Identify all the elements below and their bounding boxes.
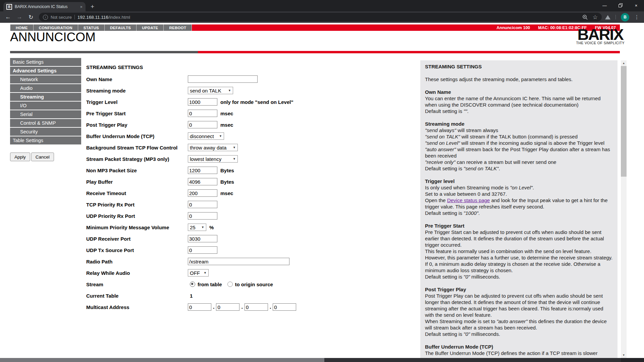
drive-extension-icon[interactable] [605, 15, 610, 19]
help-paragraph: Pre Trigger Start can be adjusted to pre… [425, 229, 613, 248]
help-text: . [467, 108, 469, 114]
toolbar-right-icons: B ⋮ [605, 13, 641, 21]
chevron-down-icon: ▼ [228, 89, 231, 92]
tab-close-icon[interactable]: × [80, 4, 83, 9]
stream-packet-strategy-mp3-only-label: Stream Packet Strategy (MP3 only) [86, 156, 188, 162]
help-text: This feature is normally used in combina… [425, 248, 591, 254]
from-table-radio[interactable] [190, 282, 195, 287]
help-title: STREAMING SETTINGS [425, 63, 613, 70]
barix-logo-text: BARIX [576, 27, 625, 42]
restore-button[interactable] [612, 0, 628, 11]
nav-item-update[interactable]: UPDATE [137, 24, 164, 31]
help-heading-pre-trigger-start: Pre Trigger Start [425, 223, 613, 229]
back-arrow-icon[interactable]: ← [3, 14, 13, 20]
selected-option: disconnect [190, 133, 214, 139]
udp-receiver-port-control [188, 235, 217, 242]
chevron-down-icon: ▼ [204, 271, 207, 275]
forward-arrow-icon[interactable]: → [15, 14, 24, 20]
sidebar-item-table-settings[interactable]: Table Settings [10, 136, 81, 145]
stream-packet-strategy-mp3-only-control: lowest latency▼ [188, 155, 238, 163]
help-section-post-trigger-play: Post Trigger PlayPost Trigger Play can b… [425, 286, 613, 337]
tcp-priority-rx-port-input[interactable] [188, 201, 217, 208]
buffer-underrun-mode-tcp-select[interactable]: disconnect▼ [188, 132, 224, 140]
sidebar-item-basic-settings[interactable]: Basic Settings [10, 58, 81, 67]
sidebar-item-control-snmp[interactable]: Control & SNMP [10, 119, 81, 128]
url-host: 192.168.11.116 [77, 15, 108, 20]
form-rows: Own NameStreaming modesend on TALK▼Trigg… [86, 73, 418, 313]
relay-while-audio-label: Relay While Audio [86, 270, 188, 276]
background-stream-tcp-flow-control-select[interactable]: throw away data▼ [188, 144, 238, 151]
horizontal-scroll-thumb[interactable] [0, 358, 324, 362]
cancel-button[interactable]: Cancel [31, 153, 54, 161]
sidebar-item-i-o[interactable]: I/O [10, 102, 81, 110]
to-origin-source-radio[interactable] [227, 282, 233, 287]
scroll-down-icon[interactable]: ▼ [621, 352, 627, 358]
buffer-underrun-mode-tcp-label: Buffer Underrun Mode (TCP) [86, 133, 188, 139]
streaming-mode-select[interactable]: send on TALK▼ [188, 87, 233, 94]
help-text: Is only used when Streaming mode is [425, 185, 510, 190]
form-row-non-mp3-packet-size: Non MP3 Packet SizeBytes [86, 165, 418, 176]
info-icon[interactable]: i [43, 15, 48, 20]
device-status-page-link[interactable]: Device status page [447, 197, 490, 203]
receive-timeout-input[interactable] [188, 189, 217, 197]
help-paragraph: "receive only" can receive a stream but … [425, 159, 613, 165]
browser-tab[interactable]: B BARIX Annuncicom IC Status × [3, 2, 86, 11]
udp-receiver-port-input[interactable] [188, 235, 217, 242]
minimize-button[interactable]: — [597, 0, 612, 11]
multicast-address-octet-2[interactable] [216, 303, 239, 311]
radio-path-input[interactable] [188, 258, 289, 265]
sidebar-item-security[interactable]: Security [10, 128, 81, 136]
url-text[interactable]: 192.168.11.116/index.html [77, 15, 130, 20]
bookmark-star-icon[interactable]: ☆ [593, 14, 598, 21]
receive-timeout-label: Receive Timeout [86, 190, 188, 196]
relay-while-audio-select[interactable]: OFF▼ [188, 269, 209, 277]
udp-priority-rx-port-input[interactable] [188, 212, 217, 220]
help-paragraph: "send always" will stream always [425, 127, 613, 133]
udp-tx-source-port-input[interactable] [188, 246, 217, 254]
browser-window: B BARIX Annuncicom IC Status × + — × ← →… [0, 0, 644, 362]
multicast-address-octet-3[interactable] [245, 303, 268, 311]
vertical-scrollbar[interactable]: ▲ ▼ [621, 60, 627, 358]
trigger-level-input[interactable] [188, 98, 217, 106]
new-tab-button[interactable]: + [91, 3, 94, 10]
minimum-priority-message-volume-select[interactable]: 25▼ [188, 224, 206, 231]
form-row-stream-packet-strategy-mp3-only: Stream Packet Strategy (MP3 only)lowest … [86, 153, 418, 165]
nav-item-defaults[interactable]: DEFAULTS [105, 24, 137, 31]
pre-trigger-start-input[interactable] [188, 110, 217, 117]
form-row-minimum-priority-message-volume: Minimum Priority Message Volume25▼% [86, 222, 418, 233]
pre-trigger-start-control: msec [188, 110, 233, 117]
play-buffer-control: Bytes [188, 178, 234, 185]
vertical-scroll-thumb[interactable] [621, 66, 627, 177]
sidebar-item-advanced-settings[interactable]: Advanced Settings [10, 67, 81, 75]
browser-menu-icon[interactable]: ⋮ [634, 14, 639, 20]
from-table-radio-label: from table [198, 282, 222, 287]
zoom-icon[interactable] [582, 14, 588, 20]
sidebar-item-streaming[interactable]: Streaming [10, 93, 81, 102]
multicast-address-octet-4[interactable] [273, 303, 296, 311]
help-text: "send on TALK" [425, 134, 460, 139]
tcp-priority-rx-port-label: TCP Priority Rx Port [86, 202, 188, 207]
own-name-input[interactable] [188, 75, 258, 83]
address-bar[interactable]: i Not secure 192.168.11.116/index.html ☆ [39, 13, 602, 21]
form-row-post-trigger-play: Post Trigger Playmsec [86, 119, 418, 130]
stream-packet-strategy-mp3-only-select[interactable]: lowest latency▼ [188, 155, 238, 163]
nav-item-reboot[interactable]: REBOOT [164, 24, 192, 31]
sidebar-item-serial[interactable]: Serial [10, 110, 81, 119]
reload-icon[interactable]: ↻ [26, 14, 36, 21]
profile-avatar[interactable]: B [621, 13, 629, 21]
horizontal-scrollbar[interactable] [0, 358, 644, 362]
background-stream-tcp-flow-control-label: Background Stream TCP Flow Control [86, 145, 188, 150]
sidebar-item-network[interactable]: Network [10, 75, 81, 84]
sidebar-item-audio[interactable]: Audio [10, 84, 81, 93]
apply-button[interactable]: Apply [10, 153, 30, 161]
tab-bar: B BARIX Annuncicom IC Status × + — × [0, 0, 644, 11]
close-button[interactable]: × [628, 0, 644, 11]
post-trigger-play-input[interactable] [188, 121, 217, 128]
help-intro: These settings adjust the streaming mode… [425, 76, 613, 82]
title-divider [10, 51, 620, 53]
play-buffer-input[interactable] [188, 178, 217, 185]
multicast-address-octet-1[interactable] [188, 303, 211, 311]
scroll-up-icon[interactable]: ▲ [621, 60, 627, 66]
non-mp3-packet-size-input[interactable] [188, 167, 217, 174]
help-text: Default setting is [425, 331, 464, 337]
